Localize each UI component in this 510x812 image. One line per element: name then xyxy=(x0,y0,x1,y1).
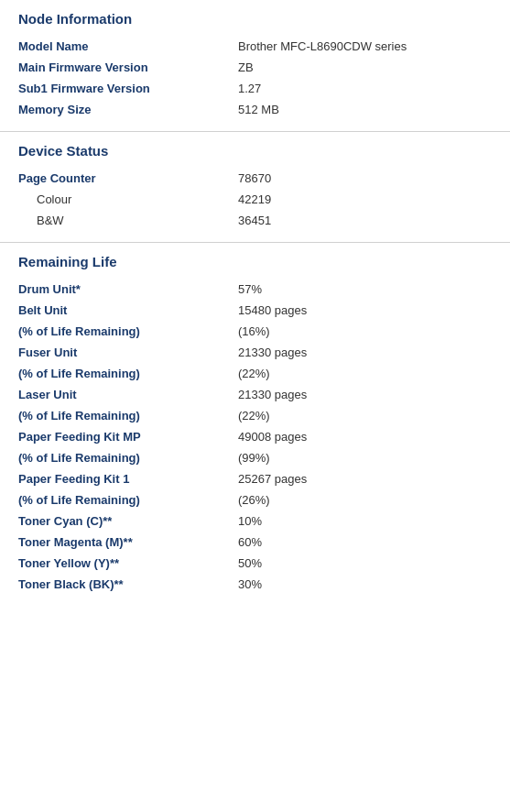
bw-row: B&W 36451 xyxy=(18,210,492,231)
toner-yellow-label: Toner Yellow (Y)** xyxy=(18,556,238,570)
drum-unit-row: Drum Unit* 57% xyxy=(18,279,492,300)
toner-yellow-value: 50% xyxy=(238,556,262,570)
fuser-unit-pct-label: (% of Life Remaining) xyxy=(18,367,238,380)
paper-feeding-mp-pct-label: (% of Life Remaining) xyxy=(18,451,238,465)
remaining-life-section: Remaining Life Drum Unit* 57% Belt Unit … xyxy=(0,243,510,606)
fuser-unit-label: Fuser Unit xyxy=(18,346,238,359)
memory-size-label: Memory Size xyxy=(18,103,238,116)
device-status-title: Device Status xyxy=(18,143,492,159)
fuser-unit-pct-row: (% of Life Remaining) (22%) xyxy=(18,363,492,384)
colour-label: Colour xyxy=(18,192,238,206)
belt-unit-pct-value: (16%) xyxy=(238,324,270,338)
paper-feeding-1-pct-row: (% of Life Remaining) (26%) xyxy=(18,489,492,510)
node-info-section: Node Information Model Name Brother MFC-… xyxy=(0,0,510,132)
drum-unit-value: 57% xyxy=(238,282,262,296)
model-name-label: Model Name xyxy=(18,39,238,53)
laser-unit-value: 21330 pages xyxy=(238,388,307,401)
memory-size-value: 512 MB xyxy=(238,103,279,116)
page-counter-label: Page Counter xyxy=(18,171,238,185)
paper-feeding-mp-value: 49008 pages xyxy=(238,430,307,444)
paper-feeding-1-pct-value: (26%) xyxy=(238,493,270,507)
colour-row: Colour 42219 xyxy=(18,189,492,210)
sub1-firmware-row: Sub1 Firmware Version 1.27 xyxy=(18,78,492,99)
model-name-row: Model Name Brother MFC-L8690CDW series xyxy=(18,36,492,57)
toner-magenta-label: Toner Magenta (M)** xyxy=(18,535,238,549)
remaining-life-title: Remaining Life xyxy=(18,254,492,269)
toner-black-row: Toner Black (BK)** 30% xyxy=(18,574,492,595)
belt-unit-value: 15480 pages xyxy=(238,303,307,317)
toner-cyan-label: Toner Cyan (C)** xyxy=(18,514,238,528)
drum-unit-label: Drum Unit* xyxy=(18,282,238,296)
paper-feeding-1-label: Paper Feeding Kit 1 xyxy=(18,472,238,486)
belt-unit-pct-label: (% of Life Remaining) xyxy=(18,324,238,338)
sub1-firmware-label: Sub1 Firmware Version xyxy=(18,82,238,95)
toner-magenta-row: Toner Magenta (M)** 60% xyxy=(18,532,492,553)
toner-black-label: Toner Black (BK)** xyxy=(18,577,238,591)
belt-unit-row: Belt Unit 15480 pages xyxy=(18,300,492,321)
laser-unit-row: Laser Unit 21330 pages xyxy=(18,384,492,405)
toner-yellow-row: Toner Yellow (Y)** 50% xyxy=(18,553,492,574)
main-firmware-value: ZB xyxy=(238,60,254,74)
belt-unit-label: Belt Unit xyxy=(18,303,238,317)
paper-feeding-1-value: 25267 pages xyxy=(238,472,307,486)
page-counter-value: 78670 xyxy=(238,171,271,185)
paper-feeding-1-pct-label: (% of Life Remaining) xyxy=(18,493,238,507)
fuser-unit-pct-value: (22%) xyxy=(238,367,270,380)
paper-feeding-1-row: Paper Feeding Kit 1 25267 pages xyxy=(18,468,492,489)
paper-feeding-mp-row: Paper Feeding Kit MP 49008 pages xyxy=(18,426,492,447)
main-firmware-row: Main Firmware Version ZB xyxy=(18,57,492,78)
device-status-section: Device Status Page Counter 78670 Colour … xyxy=(0,132,510,243)
page-counter-row: Page Counter 78670 xyxy=(18,168,492,189)
model-name-value: Brother MFC-L8690CDW series xyxy=(238,39,407,53)
toner-magenta-value: 60% xyxy=(238,535,262,549)
paper-feeding-mp-label: Paper Feeding Kit MP xyxy=(18,430,238,444)
fuser-unit-row: Fuser Unit 21330 pages xyxy=(18,342,492,363)
belt-unit-pct-row: (% of Life Remaining) (16%) xyxy=(18,321,492,342)
toner-cyan-value: 10% xyxy=(238,514,262,528)
main-firmware-label: Main Firmware Version xyxy=(18,60,238,74)
laser-unit-pct-row: (% of Life Remaining) (22%) xyxy=(18,405,492,426)
toner-black-value: 30% xyxy=(238,577,262,591)
toner-cyan-row: Toner Cyan (C)** 10% xyxy=(18,510,492,532)
node-info-title: Node Information xyxy=(18,11,492,27)
sub1-firmware-value: 1.27 xyxy=(238,82,261,95)
paper-feeding-mp-pct-row: (% of Life Remaining) (99%) xyxy=(18,447,492,468)
colour-value: 42219 xyxy=(238,192,271,206)
laser-unit-pct-value: (22%) xyxy=(238,409,270,422)
laser-unit-label: Laser Unit xyxy=(18,388,238,401)
fuser-unit-value: 21330 pages xyxy=(238,346,307,359)
bw-value: 36451 xyxy=(238,214,271,227)
memory-size-row: Memory Size 512 MB xyxy=(18,99,492,120)
laser-unit-pct-label: (% of Life Remaining) xyxy=(18,409,238,422)
bw-label: B&W xyxy=(18,214,238,227)
paper-feeding-mp-pct-value: (99%) xyxy=(238,451,270,465)
